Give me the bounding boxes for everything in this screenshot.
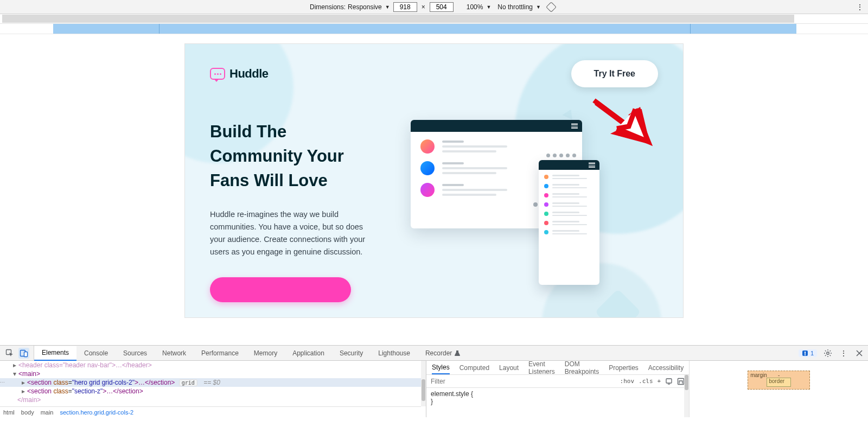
issues-icon xyxy=(802,350,808,356)
issues-count: 1 xyxy=(810,350,814,356)
styles-panel: Styles Computed Layout Event Listeners D… xyxy=(426,361,868,417)
tab-application[interactable]: Application xyxy=(285,346,332,360)
hamburger-icon xyxy=(589,163,595,168)
tab-elements[interactable]: Elements xyxy=(34,346,76,361)
dom-line[interactable]: ▸<section class="section-z">…</section> xyxy=(0,387,421,396)
zoom-select[interactable]: 100% ▼ xyxy=(467,3,492,11)
svg-line-12 xyxy=(825,350,826,351)
throttling-select[interactable]: No throttling ▼ xyxy=(497,3,541,11)
scrollbar[interactable] xyxy=(421,361,426,406)
viewport-width-input[interactable] xyxy=(393,2,417,12)
device-select[interactable]: Dimensions: Responsive ▼ xyxy=(310,3,390,11)
annotation-arrow-icon xyxy=(585,93,661,152)
brand-logo[interactable]: Huddle xyxy=(210,67,269,81)
box-model-border-label: border xyxy=(769,378,784,384)
dom-line[interactable]: ▸<header class="header nav-bar">…</heade… xyxy=(0,361,421,369)
dom-line[interactable]: ▾<main> xyxy=(0,369,421,378)
styles-tab-accessibility[interactable]: Accessibility xyxy=(648,364,684,372)
page-header: Huddle Try It Free xyxy=(185,44,683,87)
devtools-tabbar: Elements Console Sources Network Perform… xyxy=(0,346,868,361)
svg-rect-5 xyxy=(805,352,806,354)
hov-toggle[interactable]: :hov xyxy=(620,378,635,385)
styles-tabs: Styles Computed Layout Event Listeners D… xyxy=(426,361,689,375)
svg-line-14 xyxy=(825,355,826,355)
svg-rect-6 xyxy=(805,354,806,355)
styles-tab-properties[interactable]: Properties xyxy=(609,364,639,372)
svg-line-13 xyxy=(830,355,831,355)
cls-toggle[interactable]: .cls xyxy=(639,378,653,385)
hamburger-icon xyxy=(571,124,578,129)
new-rule-button[interactable]: + xyxy=(658,378,661,385)
responsive-ruler[interactable] xyxy=(0,14,868,24)
tab-memory[interactable]: Memory xyxy=(246,346,285,360)
settings-gear-icon[interactable] xyxy=(822,348,833,359)
dimension-separator: × xyxy=(422,3,425,11)
decor-dots xyxy=(546,154,576,157)
dropdown-caret-icon: ▼ xyxy=(486,4,491,10)
svg-rect-16 xyxy=(666,379,672,383)
hero-body: Huddle re-imagines the way we build comm… xyxy=(210,208,373,259)
crumb-active[interactable]: section.hero.grid.grid-cols-2 xyxy=(60,409,133,416)
preview-flask-icon xyxy=(454,350,461,356)
dimensions-label: Dimensions: xyxy=(310,3,346,11)
decor-dot xyxy=(533,202,538,207)
tab-console[interactable]: Console xyxy=(76,346,116,360)
toggle-device-toolbar-icon[interactable] xyxy=(18,348,29,359)
viewport-height-input[interactable] xyxy=(430,2,454,12)
render-css-icon[interactable] xyxy=(677,378,685,385)
brand-name: Huddle xyxy=(229,67,269,81)
tab-recorder[interactable]: Recorder xyxy=(418,346,468,360)
inspect-element-icon[interactable] xyxy=(4,348,15,359)
scrollbar[interactable] xyxy=(684,375,689,417)
throttling-value: No throttling xyxy=(497,3,533,11)
devtools-more-icon[interactable]: ⋮ xyxy=(839,349,848,358)
dropdown-caret-icon: ▼ xyxy=(385,4,390,10)
elements-tree[interactable]: ▸<header class="header nav-bar">…</heade… xyxy=(0,361,426,417)
dom-line-selected[interactable]: ⋯ ▸<section class="hero grid grid-cols-2… xyxy=(0,378,421,387)
more-options-icon[interactable]: ⋮ xyxy=(855,3,865,11)
svg-point-7 xyxy=(827,352,829,354)
device-name: Responsive xyxy=(348,3,382,11)
dropdown-caret-icon: ▼ xyxy=(536,4,541,10)
box-model[interactable]: margin - border xyxy=(690,361,868,417)
devtools-panel: Elements Console Sources Network Perform… xyxy=(0,345,868,417)
crumb[interactable]: html xyxy=(3,409,15,416)
styles-tab-layout[interactable]: Layout xyxy=(499,364,519,372)
tab-performance[interactable]: Performance xyxy=(194,346,246,360)
zoom-value: 100% xyxy=(467,3,483,11)
crumb[interactable]: body xyxy=(21,409,34,416)
box-model-margin-label: margin xyxy=(750,372,767,378)
get-started-button[interactable] xyxy=(210,277,351,302)
tab-network[interactable]: Network xyxy=(155,346,194,360)
tab-security[interactable]: Security xyxy=(332,346,371,360)
svg-rect-18 xyxy=(678,378,684,384)
dom-line[interactable]: </main> xyxy=(0,396,421,404)
device-css-icon[interactable] xyxy=(665,378,673,385)
selected-indicator: == $0 xyxy=(203,379,220,386)
svg-rect-3 xyxy=(24,352,28,356)
issues-chip[interactable]: 1 xyxy=(799,349,817,357)
rotate-icon[interactable] xyxy=(546,2,557,12)
hero-section: Build The Community Your Fans Will Love … xyxy=(185,87,683,302)
grid-badge[interactable]: grid xyxy=(179,379,197,386)
elements-breadcrumb: html body main section.hero.grid.grid-co… xyxy=(0,406,421,417)
tab-recorder-label: Recorder xyxy=(425,349,452,357)
device-toolbar: Dimensions: Responsive ▼ × 100% ▼ No thr… xyxy=(0,0,868,14)
styles-tab-computed[interactable]: Computed xyxy=(459,364,489,372)
hero-title: Build The Community Your Fans Will Love xyxy=(210,120,384,193)
tab-sources[interactable]: Sources xyxy=(116,346,155,360)
styles-filter-input[interactable] xyxy=(426,378,616,385)
crumb[interactable]: main xyxy=(41,409,54,416)
try-free-button[interactable]: Try It Free xyxy=(571,60,658,87)
style-rule[interactable]: element.style { } xyxy=(426,388,689,407)
rendered-page[interactable]: Huddle Try It Free Build The Community Y… xyxy=(185,44,683,317)
speech-bubble-icon xyxy=(210,68,225,80)
viewport-area: Huddle Try It Free Build The Community Y… xyxy=(0,34,868,345)
styles-tab-eventlisteners[interactable]: Event Listeners xyxy=(528,360,555,375)
styles-tab-dombp[interactable]: DOM Breakpoints xyxy=(565,360,599,375)
styles-tab-styles[interactable]: Styles xyxy=(432,364,450,374)
svg-line-15 xyxy=(830,350,831,351)
tab-lighthouse[interactable]: Lighthouse xyxy=(371,346,418,360)
hero-illustration xyxy=(394,120,658,294)
close-devtools-icon[interactable] xyxy=(854,348,865,359)
